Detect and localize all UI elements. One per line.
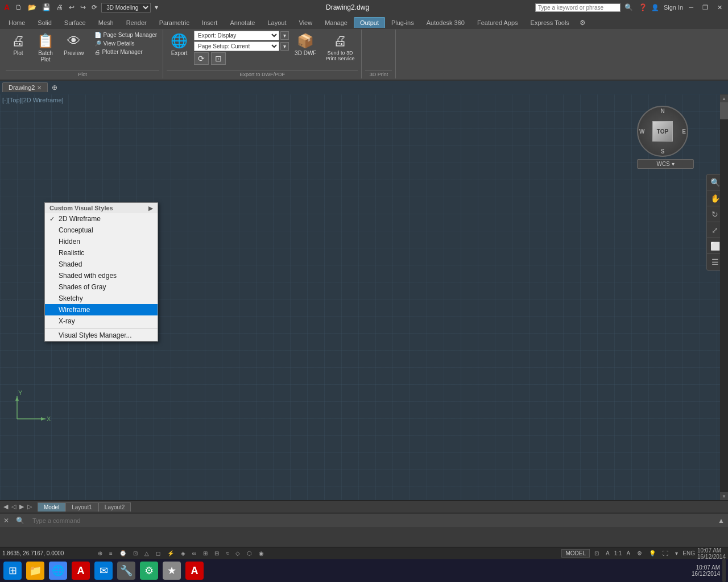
lw-btn[interactable]: ⊞ — [201, 550, 210, 557]
export-display-select[interactable]: Export: Display — [194, 31, 279, 40]
scroll-thumb[interactable] — [720, 102, 728, 119]
sel-cycle-btn[interactable]: ◇ — [233, 550, 242, 557]
scroll-down-btn[interactable]: ▼ — [720, 492, 728, 500]
compass-circle[interactable]: N S E W TOP — [637, 106, 688, 157]
ortho-btn[interactable]: ⊡ — [131, 550, 140, 557]
mail-btn[interactable]: ✉ — [93, 560, 114, 581]
app5-btn[interactable]: 🔧 — [116, 560, 136, 581]
plotter-manager-btn[interactable]: 🖨 Plotter Manager — [92, 48, 160, 56]
document-tab[interactable]: Drawing2 ✕ — [2, 82, 48, 92]
cmd-close-btn[interactable]: ✕ — [0, 516, 13, 526]
tab-featured-apps[interactable]: Featured Apps — [471, 17, 524, 28]
menu-item-conceptual[interactable]: Conceptual — [45, 225, 158, 236]
close-btn[interactable]: ✕ — [714, 3, 726, 13]
redo-btn[interactable]: ↪ — [78, 2, 88, 13]
menu-item-realistic[interactable]: Realistic — [45, 247, 158, 259]
scroll-up-btn[interactable]: ▲ — [720, 94, 728, 102]
export-button[interactable]: 🌐 Export — [167, 31, 192, 59]
ducs-btn[interactable]: ◈ — [179, 550, 188, 557]
cross-cursor-btn[interactable]: ⊕ — [96, 550, 105, 557]
fullscreen-btn[interactable]: ⛶ — [660, 550, 671, 557]
menu-item-hidden[interactable]: Hidden — [45, 236, 158, 247]
cmd-search-btn[interactable]: 🔍 — [13, 516, 28, 526]
export-page-setup-select[interactable]: Page Setup: Current — [194, 41, 279, 51]
view-details-btn[interactable]: 🔎 View Details — [92, 39, 160, 48]
tab-layout[interactable]: Layout — [261, 17, 292, 28]
qp-btn[interactable]: ≈ — [224, 550, 231, 557]
canvas-container[interactable]: [-][Top][2D Wireframe] Custom Visual Sty… — [0, 94, 728, 500]
file-explorer-btn[interactable]: 📁 — [25, 560, 46, 581]
undo-btn[interactable]: ↩ — [67, 2, 76, 13]
app6-btn[interactable]: ⚙ — [139, 560, 159, 581]
menu-item-2d-wireframe[interactable]: ✓ 2D Wireframe — [45, 213, 158, 225]
layout2-tab[interactable]: Layout2 — [98, 502, 131, 512]
layout1-tab[interactable]: Layout1 — [65, 502, 98, 512]
tab-annotate[interactable]: Annotate — [224, 17, 261, 28]
new-tab-btn[interactable]: ⊕ — [50, 82, 59, 93]
grid-snap-btn[interactable]: ⌚ — [117, 550, 129, 557]
close-tab-icon[interactable]: ✕ — [37, 85, 42, 91]
polar-btn[interactable]: △ — [142, 550, 151, 557]
cmd-scroll-up-btn[interactable]: ▲ — [714, 516, 728, 526]
minimize-btn[interactable]: ─ — [685, 3, 697, 12]
wcs-button[interactable]: WCS ▾ — [637, 159, 694, 169]
new-btn[interactable]: 🗋 — [14, 2, 24, 13]
export-page-setup-dropdown-btn[interactable]: ▾ — [280, 42, 289, 51]
ui-settings-btn[interactable]: ▾ — [673, 550, 680, 557]
menu-item-shaded-edges[interactable]: Shaded with edges — [45, 270, 158, 281]
tab-manage[interactable]: Manage — [318, 17, 354, 28]
dyn-btn[interactable]: ∞ — [190, 550, 198, 557]
tab-nav-next-btn[interactable]: ▶ — [18, 503, 25, 510]
isolate-btn[interactable]: 💡 — [647, 550, 658, 557]
save-btn[interactable]: 💾 — [40, 2, 52, 13]
start-button[interactable]: ⊞ — [2, 560, 23, 581]
page-setup-manager-btn[interactable]: 📄 Page Setup Manager — [92, 31, 160, 39]
otrack-btn[interactable]: ⚡ — [165, 550, 176, 557]
3d-osnap-btn[interactable]: ⬡ — [245, 550, 254, 557]
snap-btn[interactable]: ≡ — [107, 550, 115, 557]
model-space-btn[interactable]: ⊡ — [592, 550, 601, 557]
scale-btn[interactable]: A — [603, 550, 612, 557]
autocad-red-btn[interactable]: A — [184, 560, 205, 581]
tab-autodesk360[interactable]: Autodesk 360 — [420, 17, 471, 28]
tab-plugins[interactable]: Plug-ins — [385, 17, 420, 28]
menu-item-xray[interactable]: X-ray — [45, 315, 158, 327]
vertical-scrollbar[interactable]: ▲ ▼ — [720, 94, 728, 500]
tab-insert[interactable]: Insert — [196, 17, 224, 28]
tab-home[interactable]: Home — [2, 17, 31, 28]
tab-nav-last-btn[interactable]: ▷ — [26, 503, 33, 510]
workspace-gear-btn[interactable]: ⚙ — [635, 550, 644, 557]
help-btn[interactable]: ❓ — [637, 2, 649, 13]
search-input[interactable] — [535, 3, 621, 12]
3d-dwf-button[interactable]: 📦 3D DWF — [291, 31, 320, 59]
workspace-dropdown[interactable]: 3D Modeling — [101, 3, 151, 13]
app7-btn[interactable]: ★ — [162, 560, 182, 581]
tab-express-tools[interactable]: Express Tools — [524, 17, 576, 28]
chrome-btn[interactable]: 🌐 — [48, 560, 68, 581]
batch-plot-button[interactable]: 📋 Batch Plot — [33, 31, 58, 65]
menu-item-wireframe[interactable]: Wireframe — [45, 304, 158, 315]
export-small-btn2[interactable]: ⊡ — [211, 52, 226, 65]
app-icon-btn[interactable]: A — [2, 2, 11, 13]
signin-button[interactable]: Sign In — [664, 4, 683, 11]
send-to-3d-print-button[interactable]: 🖨 Send to 3D Print Service — [322, 31, 358, 64]
osnap-btn[interactable]: ◻ — [154, 550, 163, 557]
tspace-btn[interactable]: ⊟ — [212, 550, 221, 557]
tab-output[interactable]: Output — [354, 17, 385, 28]
search-btn[interactable]: 🔍 — [623, 2, 635, 13]
autocad-icon-btn[interactable]: A — [71, 560, 91, 581]
tab-nav-first-btn[interactable]: ◁ — [10, 503, 17, 510]
tab-render[interactable]: Render — [120, 17, 153, 28]
print-btn[interactable]: 🖨 — [55, 2, 65, 13]
open-btn[interactable]: 📂 — [26, 2, 38, 13]
tab-view[interactable]: View — [293, 17, 319, 28]
menu-item-shaded[interactable]: Shaded — [45, 259, 158, 270]
anno-visibility-btn[interactable]: A — [624, 550, 633, 557]
tab-solid[interactable]: Solid — [31, 17, 57, 28]
options-btn[interactable]: ⚙ — [578, 18, 588, 28]
scroll-track[interactable] — [720, 102, 728, 492]
menu-item-vs-manager[interactable]: Visual Styles Manager... — [45, 330, 158, 341]
plot-button[interactable]: 🖨 Plot — [6, 31, 31, 59]
tab-nav-prev-btn[interactable]: ◀ — [2, 503, 9, 510]
menu-item-sketchy[interactable]: Sketchy — [45, 293, 158, 304]
